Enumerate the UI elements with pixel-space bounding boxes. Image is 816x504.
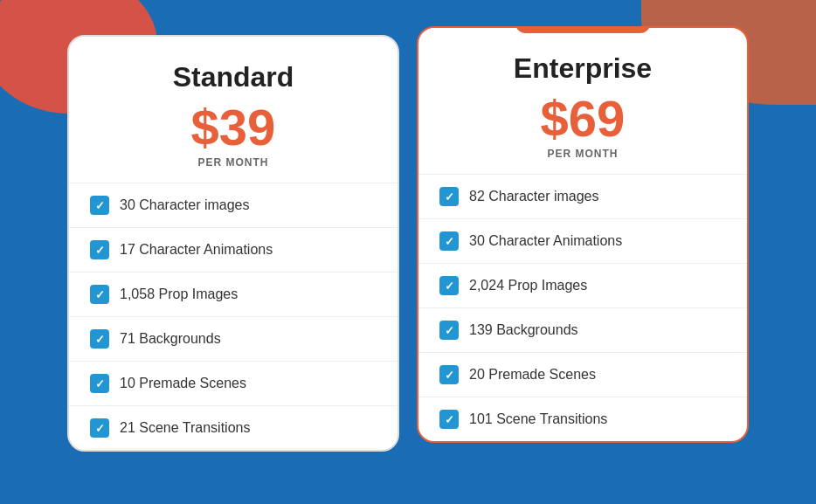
enterprise-features-list: 82 Character images 30 Character Animati…: [418, 175, 747, 441]
check-icon: [90, 374, 109, 393]
check-icon: [90, 240, 109, 259]
feature-label: 20 Premade Scenes: [469, 367, 596, 383]
list-item: 101 Scene Transitions: [418, 397, 747, 441]
standard-plan-name: Standard: [86, 61, 380, 93]
enterprise-price: $69: [436, 93, 730, 144]
standard-card: Standard $39 PER MONTH 30 Character imag…: [67, 35, 399, 452]
check-icon: [90, 329, 109, 349]
list-item: 20 Premade Scenes: [418, 353, 747, 397]
list-item: 139 Backgrounds: [418, 308, 747, 353]
feature-label: 30 Character images: [120, 197, 250, 213]
check-icon: [439, 365, 459, 384]
feature-label: 10 Premade Scenes: [120, 376, 246, 391]
list-item: 30 Character images: [69, 183, 398, 228]
enterprise-plan-name: Enterprise: [436, 52, 730, 85]
standard-features-list: 30 Character images 17 Character Animati…: [69, 183, 398, 450]
enterprise-card-header: Enterprise $69 PER MONTH: [418, 28, 747, 175]
list-item: 17 Character Animations: [69, 228, 398, 273]
check-icon: [439, 321, 459, 340]
feature-label: 71 Backgrounds: [120, 331, 221, 347]
standard-price: $39: [86, 102, 380, 153]
feature-label: 139 Backgrounds: [469, 322, 578, 338]
feature-label: 101 Scene Transitions: [469, 411, 607, 427]
standard-card-header: Standard $39 PER MONTH: [69, 37, 398, 183]
enterprise-per-month: PER MONTH: [436, 148, 730, 160]
list-item: 82 Character images: [418, 175, 747, 219]
standard-per-month: PER MONTH: [86, 156, 380, 169]
feature-label: 17 Character Animations: [120, 242, 273, 258]
check-icon: [439, 410, 459, 429]
list-item: 1,058 Prop Images: [69, 273, 398, 317]
list-item: 2,024 Prop Images: [418, 264, 747, 308]
list-item: 71 Backgrounds: [69, 317, 398, 362]
list-item: 21 Scene Transitions: [69, 406, 398, 450]
list-item: 10 Premade Scenes: [69, 362, 398, 406]
enterprise-card: MOST POPULAR Enterprise $69 PER MONTH 82…: [417, 26, 749, 443]
check-icon: [439, 187, 459, 206]
feature-label: 21 Scene Transitions: [120, 420, 250, 436]
pricing-cards-container: Standard $39 PER MONTH 30 Character imag…: [0, 0, 816, 504]
check-icon: [439, 231, 459, 251]
feature-label: 2,024 Prop Images: [469, 278, 587, 293]
feature-label: 1,058 Prop Images: [120, 287, 238, 302]
feature-label: 30 Character Animations: [469, 233, 622, 249]
check-icon: [90, 285, 109, 304]
most-popular-badge: MOST POPULAR: [515, 26, 651, 33]
list-item: 30 Character Animations: [418, 219, 747, 264]
feature-label: 82 Character images: [469, 189, 599, 204]
check-icon: [439, 276, 459, 295]
check-icon: [90, 418, 109, 438]
check-icon: [90, 196, 109, 215]
